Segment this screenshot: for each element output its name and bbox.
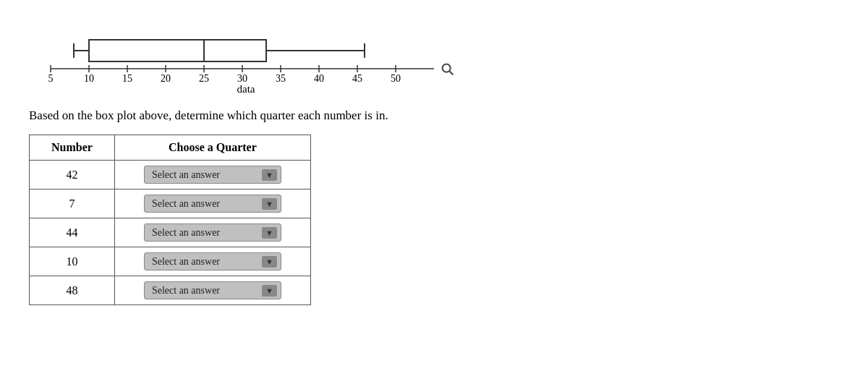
select-wrapper: Select an answer1st Quarter2nd Quarter3r…	[144, 195, 281, 213]
answer-select-5[interactable]: Select an answer1st Quarter2nd Quarter3r…	[144, 281, 281, 299]
answer-select-3[interactable]: Select an answer1st Quarter2nd Quarter3r…	[144, 223, 281, 242]
svg-text:50: 50	[391, 73, 401, 83]
table-row: 10Select an answer1st Quarter2nd Quarter…	[30, 247, 311, 276]
main-container: 5 10 15 20 25 30 35 40 45	[0, 0, 868, 327]
svg-text:35: 35	[276, 73, 286, 83]
number-cell: 10	[30, 247, 115, 276]
answer-select-1[interactable]: Select an answer1st Quarter2nd Quarter3r…	[144, 166, 281, 184]
col-number-header: Number	[30, 135, 115, 161]
boxplot-svg: 5 10 15 20 25 30 35 40 45	[29, 22, 448, 83]
instruction-text: Based on the box plot above, determine w…	[29, 108, 839, 123]
table-row: 7Select an answer1st Quarter2nd Quarter3…	[30, 189, 311, 218]
axis-label: data	[43, 83, 448, 95]
svg-text:10: 10	[84, 73, 94, 83]
svg-text:20: 20	[161, 73, 171, 83]
svg-text:15: 15	[122, 73, 132, 83]
select-wrapper: Select an answer1st Quarter2nd Quarter3r…	[144, 223, 281, 242]
answer-cell: Select an answer1st Quarter2nd Quarter3r…	[114, 247, 310, 276]
table-row: 44Select an answer1st Quarter2nd Quarter…	[30, 218, 311, 247]
svg-point-27	[443, 64, 451, 72]
svg-text:45: 45	[352, 73, 362, 83]
svg-line-28	[449, 71, 453, 74]
svg-text:40: 40	[314, 73, 324, 83]
answer-select-4[interactable]: Select an answer1st Quarter2nd Quarter3r…	[144, 252, 281, 270]
col-quarter-header: Choose a Quarter	[114, 135, 310, 161]
number-cell: 44	[30, 218, 115, 247]
number-cell: 7	[30, 189, 115, 218]
search-icon	[440, 61, 456, 77]
search-icon-container	[440, 61, 456, 80]
table-row: 42Select an answer1st Quarter2nd Quarter…	[30, 161, 311, 189]
quarter-table: Number Choose a Quarter 42Select an answ…	[29, 135, 311, 305]
table-row: 48Select an answer1st Quarter2nd Quarter…	[30, 276, 311, 305]
answer-cell: Select an answer1st Quarter2nd Quarter3r…	[114, 189, 310, 218]
select-wrapper: Select an answer1st Quarter2nd Quarter3r…	[144, 166, 281, 184]
svg-rect-23	[89, 40, 266, 61]
svg-text:30: 30	[237, 73, 247, 83]
answer-select-2[interactable]: Select an answer1st Quarter2nd Quarter3r…	[144, 195, 281, 213]
number-cell: 48	[30, 276, 115, 305]
number-cell: 42	[30, 161, 115, 189]
boxplot-container: 5 10 15 20 25 30 35 40 45	[29, 22, 448, 95]
answer-cell: Select an answer1st Quarter2nd Quarter3r…	[114, 161, 310, 189]
svg-text:25: 25	[199, 73, 209, 83]
svg-text:5: 5	[48, 73, 54, 83]
answer-cell: Select an answer1st Quarter2nd Quarter3r…	[114, 276, 310, 305]
select-wrapper: Select an answer1st Quarter2nd Quarter3r…	[144, 281, 281, 299]
answer-cell: Select an answer1st Quarter2nd Quarter3r…	[114, 218, 310, 247]
select-wrapper: Select an answer1st Quarter2nd Quarter3r…	[144, 252, 281, 270]
